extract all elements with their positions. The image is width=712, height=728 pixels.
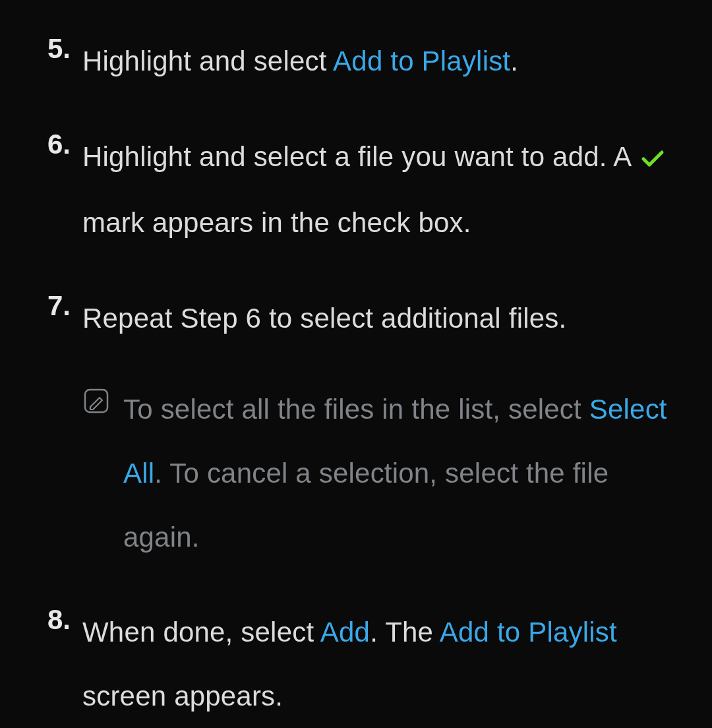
step-number: 8. xyxy=(33,601,82,728)
note-icon xyxy=(82,378,123,569)
text-segment: . To cancel a selection, select the file… xyxy=(123,458,608,553)
accent-text: Add to Playlist xyxy=(333,46,510,76)
text-segment: Highlight and select a file you want to … xyxy=(82,141,638,172)
step-text: When done, select Add. The Add to Playli… xyxy=(82,601,679,728)
step-number: 5. xyxy=(33,30,82,94)
text-segment: screen appears. xyxy=(82,681,283,712)
note-text: To select all the files in the list, sel… xyxy=(123,378,679,569)
step-text: Highlight and select a file you want to … xyxy=(82,125,679,255)
text-segment: When done, select xyxy=(82,617,320,648)
text-segment: Highlight and select xyxy=(82,46,333,76)
step-text: Repeat Step 6 to select additional files… xyxy=(82,287,679,569)
note: To select all the files in the list, sel… xyxy=(82,378,679,569)
step-8: 8. When done, select Add. The Add to Pla… xyxy=(33,601,679,728)
accent-text: Add xyxy=(320,617,370,648)
step-5: 5. Highlight and select Add to Playlist. xyxy=(33,30,679,94)
text-segment: mark appears in the check box. xyxy=(82,207,471,238)
text-segment: . xyxy=(510,46,518,76)
check-icon xyxy=(641,128,665,192)
text-segment: Repeat Step 6 to select additional files… xyxy=(82,303,566,334)
step-6: 6. Highlight and select a file you want … xyxy=(33,125,679,255)
step-number: 7. xyxy=(33,287,82,569)
step-number: 6. xyxy=(33,125,82,255)
step-7: 7. Repeat Step 6 to select additional fi… xyxy=(33,287,679,569)
text-segment: . The xyxy=(370,617,440,648)
step-text: Highlight and select Add to Playlist. xyxy=(82,30,679,94)
accent-text: Add to Playlist xyxy=(440,617,617,648)
text-segment: To select all the files in the list, sel… xyxy=(123,394,589,425)
